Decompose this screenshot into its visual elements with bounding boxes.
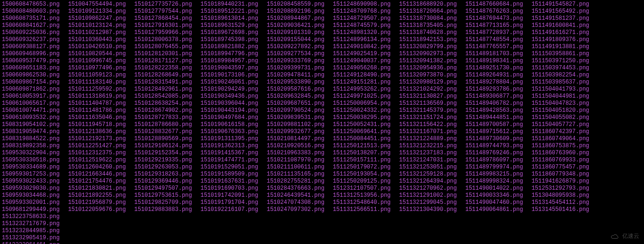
file-item: 1511321299045.png [399,199,457,206]
file-item: 1508319884522.png [2,135,59,143]
file-item: 1511250209125.png [333,178,390,185]
file-item: 1510129219335.png [134,157,192,164]
file-item: 1510129753615.png [134,192,192,199]
file-item: 1511250006954.png [333,100,390,107]
file-item: 1511487660684.png [465,1,523,8]
file-item: 1511491581237.png [531,15,589,22]
file-item: 1511504051820.png [531,107,589,114]
file-item: 1511321264394.png [399,178,457,185]
file-item: 1510190616158.png [200,121,258,128]
file-item: 1510111259592.png [68,86,125,93]
file-item: 1510110977496.png [68,65,125,72]
file-item: 1510111481786.png [68,107,125,114]
file-item: 1510191791704.png [200,199,258,206]
terminal[interactable]: 1500608478653.png1500608480603.png150060… [0,0,644,244]
file-item: 1510210920516.png [267,143,324,150]
file-item: 1511318730084.png [399,15,457,22]
file-item: 1500608841627.png [2,22,59,29]
file-item: 1511321270962.png [399,185,457,192]
file-item: 1511941626879.png [531,178,589,185]
file-item: 1510189821882.png [200,43,258,50]
file-item: 1510110360443.png [68,36,125,43]
file-item: 1500609537479.png [2,58,59,65]
file-item: 1511250052431.png [333,121,390,128]
file-item: 1510208944867.png [267,15,324,22]
file-item: 1509593029030.png [2,185,59,192]
file-item: 1510189745398.png [200,36,258,43]
file-item: 1511504044981.png [531,93,589,100]
file-item: 1513223758633.png [2,213,59,220]
file-item: 1510129497507.png [134,185,192,192]
file-item: 1510189947796.png [200,50,258,58]
file-item: 1511321024292.png [399,86,457,93]
file-item: 1510129263053.png [134,164,192,171]
file-item: 1510247074308.png [267,199,324,206]
file-item: 1511489786097.png [465,157,523,164]
file-item: 1510128222358.png [134,65,192,72]
file-item: 1500609651183.png [2,65,59,72]
file-item: 1510111059123.png [68,72,125,79]
file-item: 1510209478411.png [267,72,324,79]
file-item: 1510210814497.png [267,135,324,143]
file-item: 1511250024332.png [333,107,390,114]
file-item: 1511489998324.png [465,178,523,185]
file-item: 1510190294249.png [200,86,258,93]
file-column: 1510208458559.png1510208892196.png151020… [267,1,324,213]
file-column: 1510047554494.png1510109121334.png151010… [68,1,125,213]
file-item: 1510209632845.png [267,93,324,100]
file-item: 1510209399731.png [267,65,324,72]
file-item: 1510110820544.png [68,50,125,58]
file-item: 1511491545827.png [531,1,589,8]
file-item: 1510110212987.png [68,29,125,36]
file-item: 1511490064861.png [465,206,523,213]
file-item: 1510208458559.png [267,1,324,8]
file-item: 1511491913881.png [531,43,589,50]
file-item: 1511491616271.png [531,29,589,36]
file-item: 1510129106124.png [134,143,192,150]
file-item: 1510110996745.png [68,58,125,65]
file-item: 1510121663446.png [68,171,125,178]
file-item: 1510191311395.png [200,135,258,143]
file-item: 1511248729507.png [333,15,390,22]
file-item: 1510211100611.png [267,164,324,171]
file-item: 1510047554494.png [68,1,125,8]
file-item: 1513145501416.png [531,206,589,213]
file-item: 1511489444851.png [465,114,523,121]
file-item: 1510127868454.png [134,15,192,22]
file-item: 1510191589509.png [200,171,258,178]
file-item: 1511489428563.png [465,107,523,114]
file-item: 1510112251427.png [68,143,125,150]
file-item: 1513232717679.png [2,220,59,227]
file-item: 1511490014022.png [465,185,523,192]
file-item: 1511250157111.png [333,157,390,164]
file-column: 1511491545827.png1511491565492.png151149… [531,1,589,213]
file-item: 1510127735726.png [134,1,192,8]
file-item: 1510191415367.png [200,150,258,157]
file-item: 1511320954936.png [399,65,457,72]
file-item: 1500610074471.png [2,107,59,114]
file-column: 1511487660684.png1511487676263.png151148… [465,1,523,213]
file-item: 1511489293786.png [465,86,523,93]
file-item: 1511248981320.png [333,29,390,36]
file-item: 1509593017253.png [2,171,59,178]
file-item: 1510128268649.png [134,72,192,79]
file-item: 1510247097302.png [267,206,324,213]
file-item: 1511321151724.png [399,114,457,121]
file-item: 1510128832677.png [134,128,192,135]
file-item: 1510191742091.png [200,192,258,199]
file-item: 1511321253051.png [399,164,457,171]
file-item: 1510190676363.png [200,128,258,135]
file-item: 1511487676263.png [465,8,523,15]
file-item: 1510191637631.png [200,178,258,185]
file-item: 1510189984957.png [200,58,258,65]
file-item: 1510190497684.png [200,114,258,121]
file-item: 1511860779348.png [531,171,589,178]
file-item: 1510190396044.png [200,100,258,107]
file-item: 1511487713165.png [465,22,523,29]
file-item: 1511504047823.png [531,100,589,107]
file-item: 1511318688920.png [399,1,457,8]
file-item: 1511503958861.png [531,50,589,58]
file-item: 1511860749064.png [531,135,589,143]
file-item: 1510121956879.png [68,199,125,206]
file-item: 1500609867154.png [2,79,59,86]
